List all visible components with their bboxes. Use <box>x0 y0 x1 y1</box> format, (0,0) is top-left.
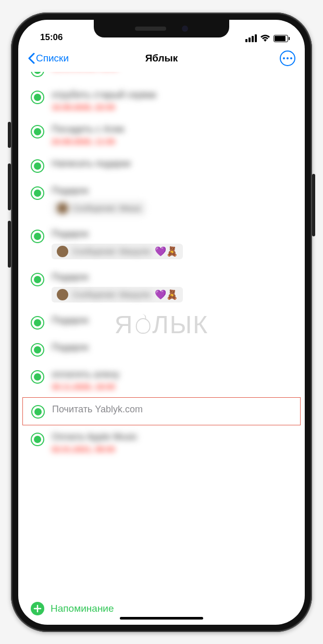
reminder-title: Посадить с Алик <box>52 124 295 135</box>
complete-toggle[interactable] <box>31 405 45 419</box>
reminder-row[interactable]: Подарок Сообщение: Миша <box>18 179 305 222</box>
avatar-icon <box>57 246 68 257</box>
notch <box>94 20 229 37</box>
reminder-row[interactable]: Написать подарки <box>18 152 305 179</box>
reminder-row[interactable]: заполнение поля <box>18 72 305 83</box>
reminder-title: Подарок <box>52 342 295 353</box>
emoji-icon: 💜🧸 <box>155 246 178 257</box>
chevron-left-icon <box>28 53 35 64</box>
reminder-title: Написать подарки <box>52 158 295 169</box>
new-reminder-button[interactable]: Напоминание <box>18 595 305 625</box>
reminder-title: отрубить старый сервак <box>52 90 295 100</box>
reminder-row[interactable]: Подарок <box>18 309 305 336</box>
reminder-row[interactable]: Подарок Сообщение: Машулю💜🧸 <box>18 222 305 266</box>
reminder-title: оплатить алену <box>52 369 295 380</box>
back-label: Списки <box>36 53 69 64</box>
reminder-title: Подарок <box>52 315 295 326</box>
phone-frame: 15:06 Списки Яблык Я ЛЫК <box>11 12 312 632</box>
complete-toggle[interactable] <box>31 186 44 200</box>
reminder-row-highlighted[interactable]: Почитать Yablyk.com <box>22 397 301 425</box>
reminder-title: Подарок <box>52 272 295 283</box>
complete-toggle[interactable] <box>31 316 44 330</box>
complete-toggle[interactable] <box>31 91 44 104</box>
cellular-icon <box>245 34 257 42</box>
new-reminder-label: Напоминание <box>51 603 114 614</box>
complete-toggle[interactable] <box>31 273 44 286</box>
reminder-title: Почитать Yablyk.com <box>52 404 295 415</box>
battery-icon <box>274 35 288 42</box>
screen: 15:06 Списки Яблык Я ЛЫК <box>18 20 305 625</box>
reminder-title: Оплата Apple Music <box>52 432 295 443</box>
ellipsis-icon <box>283 57 292 59</box>
reminders-list[interactable]: Я ЛЫК заполнение поля отрубить старый се… <box>18 72 305 595</box>
avatar-icon <box>57 203 68 214</box>
wifi-icon <box>260 34 270 43</box>
reminder-row[interactable]: Подарок Сообщение: Машулю💜🧸 <box>18 266 305 309</box>
nav-bar: Списки Яблык <box>18 45 305 72</box>
reminder-sub: 24.08.2020, 11:00 <box>52 137 295 146</box>
reminder-title: Подарок <box>52 185 295 196</box>
reminder-sub: 16.08.2020, 22:00 <box>52 103 295 111</box>
reminder-title: Подарок <box>52 229 295 239</box>
back-button[interactable]: Списки <box>28 53 69 64</box>
complete-toggle[interactable] <box>31 370 44 384</box>
complete-toggle[interactable] <box>31 433 44 446</box>
home-indicator[interactable] <box>120 617 203 620</box>
reminder-sub: 02.01.2021, 08:00 <box>52 445 295 453</box>
status-time: 15:06 <box>33 32 63 43</box>
reminder-row[interactable]: Оплата Apple Music 02.01.2021, 08:00 <box>18 425 305 460</box>
complete-toggle[interactable] <box>31 125 44 138</box>
avatar-icon <box>57 289 68 300</box>
plus-icon <box>31 602 44 615</box>
contact-chip[interactable]: Сообщение: Миша <box>52 200 146 216</box>
reminder-row[interactable]: Подарок <box>18 336 305 363</box>
complete-toggle[interactable] <box>31 343 44 357</box>
contact-chip[interactable]: Сообщение: Машулю💜🧸 <box>52 244 183 259</box>
complete-toggle[interactable] <box>31 159 44 173</box>
complete-toggle[interactable] <box>31 72 44 77</box>
contact-chip[interactable]: Сообщение: Машулю💜🧸 <box>52 287 183 302</box>
more-button[interactable] <box>280 50 295 66</box>
emoji-icon: 💜🧸 <box>155 289 178 300</box>
reminder-row[interactable]: оплатить алену 30.11.2020, 18:00 <box>18 363 305 397</box>
reminder-row[interactable]: Посадить с Алик 24.08.2020, 11:00 <box>18 118 305 152</box>
reminder-sub: 30.11.2020, 18:00 <box>52 382 295 391</box>
reminder-row[interactable]: отрубить старый сервак 16.08.2020, 22:00 <box>18 83 305 118</box>
complete-toggle[interactable] <box>31 230 44 243</box>
